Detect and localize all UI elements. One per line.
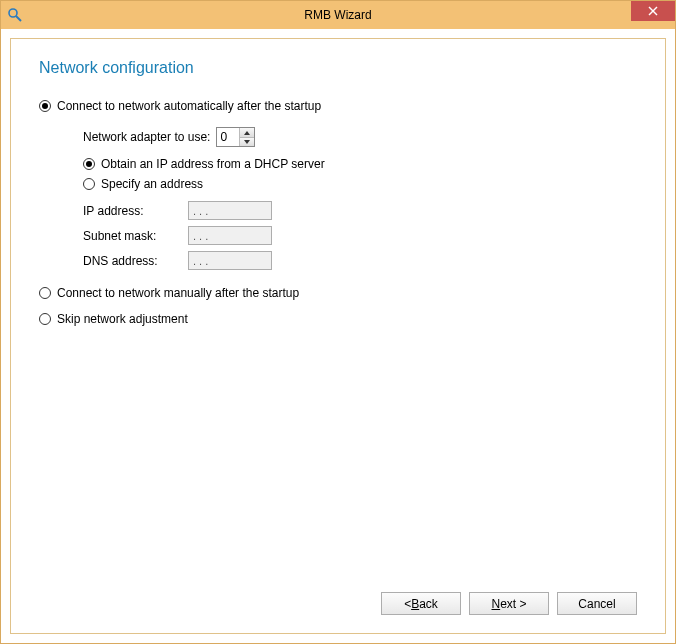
option-skip-label: Skip network adjustment	[57, 312, 188, 326]
close-icon	[648, 6, 658, 16]
next-mnemonic: N	[491, 597, 500, 611]
dns-label: DNS address:	[83, 254, 188, 268]
chevron-down-icon	[244, 140, 250, 144]
ip-row: IP address: . . .	[83, 201, 637, 220]
spinner-buttons	[239, 128, 254, 146]
radio-icon	[83, 178, 95, 190]
chevron-up-icon	[244, 131, 250, 135]
radio-icon	[83, 158, 95, 170]
spacer	[39, 332, 637, 578]
option-specify[interactable]: Specify an address	[83, 177, 637, 191]
option-skip[interactable]: Skip network adjustment	[39, 312, 637, 326]
window-title: RMB Wizard	[1, 8, 675, 22]
radio-icon	[39, 287, 51, 299]
back-prefix: <	[404, 597, 411, 611]
subnet-label: Subnet mask:	[83, 229, 188, 243]
close-button[interactable]	[631, 1, 675, 21]
svg-point-0	[9, 9, 17, 17]
svg-marker-4	[244, 131, 250, 135]
subnet-row: Subnet mask: . . .	[83, 226, 637, 245]
subnet-input[interactable]: . . .	[188, 226, 272, 245]
back-mnemonic: B	[411, 597, 419, 611]
svg-line-1	[16, 16, 21, 21]
ip-input[interactable]: . . .	[188, 201, 272, 220]
back-button[interactable]: < Back	[381, 592, 461, 615]
cancel-button[interactable]: Cancel	[557, 592, 637, 615]
adapter-input[interactable]	[217, 128, 239, 146]
ip-label: IP address:	[83, 204, 188, 218]
content-panel: Network configuration Connect to network…	[10, 38, 666, 634]
wizard-window: RMB Wizard Network configuration Connect…	[0, 0, 676, 644]
auto-subsection: Network adapter to use:	[61, 127, 637, 276]
adapter-spinner[interactable]	[216, 127, 255, 147]
option-auto-label: Connect to network automatically after t…	[57, 99, 321, 113]
dns-row: DNS address: . . .	[83, 251, 637, 270]
page-title: Network configuration	[39, 59, 637, 77]
app-icon	[7, 7, 23, 23]
adapter-label: Network adapter to use:	[83, 130, 210, 144]
option-specify-label: Specify an address	[101, 177, 203, 191]
next-button[interactable]: Next >	[469, 592, 549, 615]
next-rest: ext >	[500, 597, 526, 611]
titlebar: RMB Wizard	[1, 1, 675, 29]
spinner-up[interactable]	[240, 128, 254, 137]
back-rest: ack	[419, 597, 438, 611]
svg-marker-5	[244, 140, 250, 144]
option-manual[interactable]: Connect to network manually after the st…	[39, 286, 637, 300]
dns-input[interactable]: . . .	[188, 251, 272, 270]
option-manual-label: Connect to network manually after the st…	[57, 286, 299, 300]
footer-buttons: < Back Next > Cancel	[39, 578, 637, 615]
adapter-row: Network adapter to use:	[83, 127, 637, 147]
option-auto[interactable]: Connect to network automatically after t…	[39, 99, 637, 113]
radio-icon	[39, 100, 51, 112]
content-outer: Network configuration Connect to network…	[1, 29, 675, 643]
radio-icon	[39, 313, 51, 325]
option-dhcp-label: Obtain an IP address from a DHCP server	[101, 157, 325, 171]
spinner-down[interactable]	[240, 137, 254, 146]
option-dhcp[interactable]: Obtain an IP address from a DHCP server	[83, 157, 637, 171]
